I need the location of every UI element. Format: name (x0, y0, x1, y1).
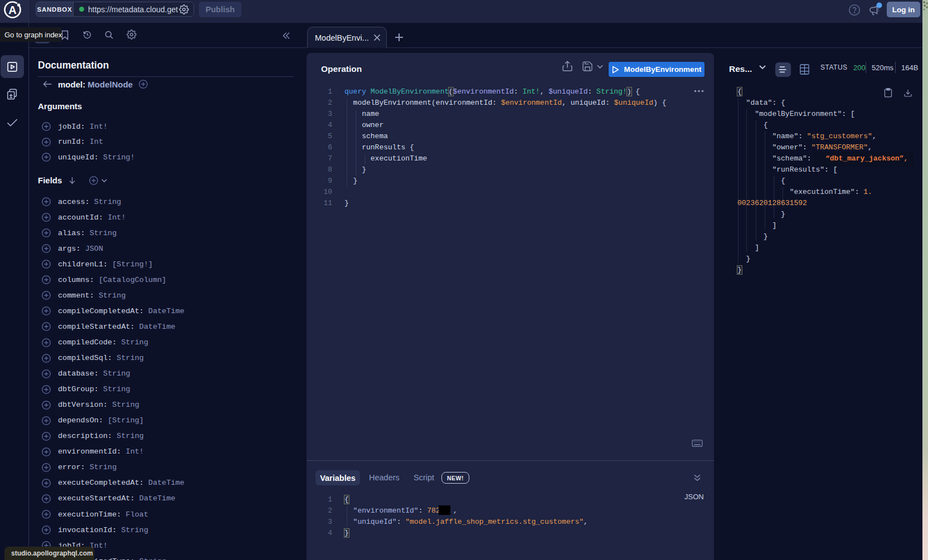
svg-text:A: A (8, 4, 16, 16)
